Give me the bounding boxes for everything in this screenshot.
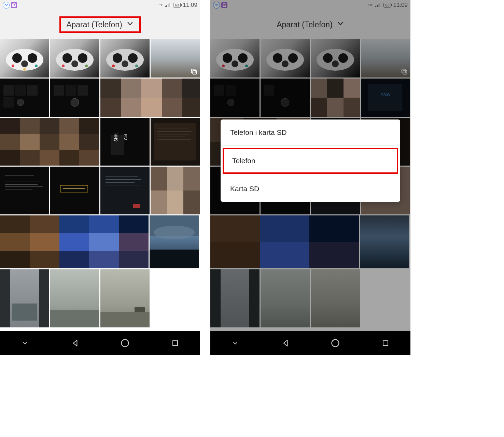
photo-thumb[interactable] [151, 118, 200, 166]
nav-home-icon[interactable] [328, 336, 342, 350]
svg-rect-29 [27, 85, 38, 96]
svg-rect-27 [3, 85, 14, 96]
svg-rect-96 [119, 215, 149, 233]
photo-thumb-blurred[interactable] [100, 79, 200, 117]
svg-rect-90 [183, 191, 200, 214]
photo-thumb[interactable] [50, 39, 99, 77]
svg-rect-32 [54, 85, 64, 96]
svg-rect-89 [167, 191, 183, 214]
svg-rect-41 [182, 79, 200, 98]
nav-home-icon[interactable] [118, 336, 132, 350]
svg-point-16 [71, 60, 78, 67]
chevron-down-icon [126, 20, 134, 29]
svg-rect-110 [0, 269, 10, 327]
photo-thumb[interactable] [0, 79, 49, 117]
svg-rect-103 [30, 251, 59, 268]
svg-rect-55 [40, 134, 59, 150]
nav-back-icon[interactable] [279, 336, 292, 350]
clock: 11:09 [183, 2, 197, 9]
photo-thumb-blurred[interactable] [0, 118, 99, 166]
svg-rect-49 [20, 118, 40, 134]
gallery-header: Aparat (Telefon) [0, 10, 200, 39]
menu-item-sd[interactable]: Karta SD [221, 176, 400, 202]
svg-point-31 [17, 99, 24, 106]
nav-recent-icon[interactable] [379, 336, 392, 350]
svg-rect-50 [40, 118, 59, 134]
svg-text:Ctrl: Ctrl [124, 134, 128, 140]
photo-thumb[interactable] [50, 79, 99, 117]
album-dropdown[interactable]: Aparat (Telefon) [59, 16, 141, 33]
svg-rect-28 [15, 85, 26, 96]
svg-rect-26 [193, 70, 196, 74]
svg-rect-56 [59, 134, 79, 150]
svg-rect-52 [79, 118, 99, 134]
svg-rect-40 [162, 79, 182, 98]
svg-rect-30 [3, 97, 14, 108]
svg-rect-97 [0, 233, 30, 251]
svg-point-17 [62, 65, 65, 67]
photo-thumb[interactable] [50, 269, 99, 327]
svg-point-6 [6, 49, 43, 71]
svg-rect-100 [89, 233, 119, 251]
svg-rect-99 [59, 233, 89, 251]
svg-point-24 [135, 65, 138, 67]
photo-thumb[interactable] [150, 215, 199, 268]
svg-rect-53 [0, 134, 20, 150]
messenger-icon [3, 2, 10, 9]
photo-thumb[interactable] [50, 167, 99, 214]
svg-point-20 [113, 53, 122, 63]
svg-point-21 [128, 53, 138, 63]
svg-rect-34 [78, 85, 88, 96]
nav-recent-icon[interactable] [168, 336, 182, 350]
photo-thumb[interactable] [100, 269, 150, 327]
svg-rect-101 [119, 233, 149, 251]
svg-rect-111 [39, 269, 49, 327]
gallery-app-icon [11, 2, 17, 8]
photo-thumb-blurred[interactable] [151, 167, 200, 214]
svg-rect-66 [154, 123, 196, 160]
photo-thumb[interactable]: ShiftCtrl [100, 118, 150, 166]
svg-rect-58 [0, 150, 20, 166]
svg-rect-98 [30, 233, 59, 251]
nav-chevron-down-icon[interactable] [228, 336, 242, 350]
svg-point-18 [85, 65, 88, 67]
photo-thumb[interactable] [0, 269, 49, 327]
svg-rect-37 [100, 79, 121, 98]
svg-rect-45 [162, 98, 182, 117]
svg-point-109 [154, 226, 195, 239]
svg-rect-48 [0, 118, 20, 134]
svg-rect-51 [59, 118, 79, 134]
svg-rect-93 [30, 215, 59, 233]
svg-rect-113 [50, 310, 99, 327]
svg-rect-85 [151, 167, 167, 191]
photo-thumb[interactable] [100, 39, 150, 77]
photo-thumb[interactable] [100, 167, 150, 214]
svg-rect-5 [169, 3, 170, 7]
phone-left: LTE 63 11:09 Aparat (Telefon) [0, 0, 200, 355]
storage-menu: Telefon i karta SD Telefon Karta SD [221, 119, 400, 202]
menu-item-phone-and-sd[interactable]: Telefon i karta SD [221, 119, 400, 146]
photo-thumb[interactable] [151, 39, 200, 77]
svg-rect-83 [133, 204, 140, 208]
svg-rect-112 [12, 304, 37, 321]
photo-grid[interactable]: ShiftCtrl [0, 39, 200, 331]
nav-back-icon[interactable] [68, 336, 82, 350]
svg-rect-107 [150, 250, 199, 268]
photo-thumb[interactable] [0, 39, 49, 77]
android-navbar [0, 331, 200, 355]
svg-rect-95 [89, 215, 119, 233]
photo-thumb-blurred[interactable] [0, 215, 149, 268]
svg-rect-59 [20, 150, 40, 166]
svg-point-22 [122, 60, 128, 67]
svg-point-8 [28, 53, 37, 63]
svg-rect-86 [167, 167, 183, 191]
menu-item-phone[interactable]: Telefon [223, 148, 398, 174]
svg-rect-33 [66, 85, 76, 96]
photo-thumb[interactable] [0, 167, 49, 214]
svg-rect-173 [383, 341, 388, 346]
svg-rect-46 [182, 98, 200, 117]
nav-chevron-down-icon[interactable] [18, 336, 32, 350]
svg-point-172 [332, 340, 339, 347]
svg-rect-43 [121, 98, 141, 117]
svg-rect-2 [165, 6, 166, 7]
